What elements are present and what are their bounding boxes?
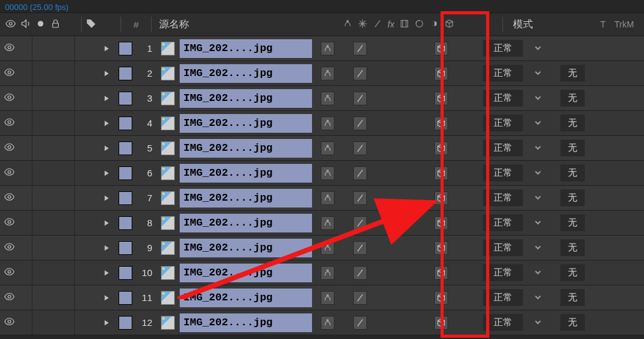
collapse-switch[interactable] [353,316,367,330]
layer-source-name[interactable]: IMG_202....jpg [180,39,312,58]
shy-switch[interactable] [321,67,334,80]
layer-row[interactable]: 7 IMG_202....jpg 正常 无 [0,186,644,211]
layer-color-chip[interactable] [119,316,132,330]
track-matte-dropdown[interactable]: 无 [560,140,585,156]
eye-icon[interactable] [4,316,15,329]
layer-color-chip[interactable] [119,216,132,230]
collapse-switch[interactable] [353,216,367,230]
track-matte-dropdown[interactable]: 无 [560,264,585,281]
track-matte-dropdown[interactable]: 无 [560,289,585,306]
adjustment-icon[interactable] [429,19,439,31]
twirl-icon[interactable] [97,61,116,85]
3d-switch[interactable] [434,92,448,105]
3d-switch[interactable] [434,166,448,180]
twirl-icon[interactable] [97,136,116,160]
collapse-switch[interactable] [353,241,367,255]
layer-row[interactable]: 10 IMG_202....jpg 正常 无 [0,260,644,285]
layer-row[interactable]: 9 IMG_202....jpg 正常 无 [0,236,644,260]
twirl-icon[interactable] [97,36,116,60]
shy-icon[interactable] [343,19,353,31]
layer-color-chip[interactable] [119,141,132,155]
cube3d-icon[interactable] [444,19,454,31]
twirl-icon[interactable] [97,111,116,135]
collapse-switch[interactable] [353,291,367,305]
collapse-switch[interactable] [353,92,367,105]
blend-mode-dropdown[interactable]: 正常 [483,165,523,181]
collapse-switch[interactable] [353,141,367,155]
eye-icon[interactable] [4,291,15,304]
blend-mode-dropdown[interactable]: 正常 [483,264,523,281]
twirl-icon[interactable] [97,260,116,285]
track-matte-dropdown[interactable]: 无 [560,239,585,256]
layer-row[interactable]: 12 IMG_202....jpg 正常 无 [0,310,644,335]
track-matte-dropdown[interactable]: 无 [560,189,585,206]
eye-icon[interactable] [4,42,15,55]
3d-switch[interactable] [434,316,448,330]
layer-row[interactable]: 4 IMG_202....jpg 正常 无 [0,111,644,136]
hash-icon[interactable]: # [134,19,139,30]
twirl-icon[interactable] [97,161,116,185]
track-matte-dropdown[interactable]: 无 [560,90,585,107]
3d-switch[interactable] [434,216,448,230]
track-matte-dropdown[interactable]: 无 [560,65,585,82]
shy-switch[interactable] [321,316,334,330]
shy-switch[interactable] [321,191,334,205]
twirl-icon[interactable] [97,236,116,260]
eye-icon[interactable] [4,216,15,229]
collapse-switch[interactable] [353,42,367,55]
layer-source-name[interactable]: IMG_202....jpg [180,89,312,108]
lock-icon[interactable] [50,18,61,31]
layer-row[interactable]: 5 IMG_202....jpg 正常 无 [0,136,644,161]
column-trackmatte[interactable]: T TrkM [594,19,642,29]
eye-icon[interactable] [4,241,15,254]
layer-color-chip[interactable] [119,266,132,280]
collapse-switch[interactable] [353,117,367,130]
shy-switch[interactable] [321,92,334,105]
solo-icon[interactable] [35,18,46,31]
layer-row[interactable]: 1 IMG_202....jpg 正常 [0,36,644,61]
twirl-icon[interactable] [97,285,116,310]
blend-mode-dropdown[interactable]: 正常 [483,189,523,206]
layer-color-chip[interactable] [119,67,132,80]
blend-mode-dropdown[interactable]: 正常 [483,239,523,256]
fx-icon[interactable]: fx [388,19,394,29]
layer-source-name[interactable]: IMG_202....jpg [180,239,312,257]
layer-source-name[interactable]: IMG_202....jpg [180,139,312,158]
layer-source-name[interactable]: IMG_202....jpg [180,214,312,232]
shy-switch[interactable] [321,241,334,255]
layer-row[interactable]: 6 IMG_202....jpg 正常 无 [0,161,644,186]
eye-icon[interactable] [5,18,16,31]
shy-switch[interactable] [321,117,334,130]
layer-source-name[interactable]: IMG_202....jpg [180,313,312,332]
twirl-icon[interactable] [97,211,116,235]
3d-switch[interactable] [434,291,448,305]
frame-blend-icon[interactable] [399,19,409,31]
track-matte-dropdown[interactable]: 无 [560,165,585,181]
layer-source-name[interactable]: IMG_202....jpg [180,164,312,183]
motion-blur-icon[interactable] [414,19,424,31]
blend-mode-dropdown[interactable]: 正常 [483,40,523,57]
layer-color-chip[interactable] [119,291,132,305]
layer-source-name[interactable]: IMG_202....jpg [180,264,312,282]
layer-row[interactable]: 8 IMG_202....jpg 正常 无 [0,211,644,236]
shy-switch[interactable] [321,166,334,180]
3d-switch[interactable] [434,117,448,130]
eye-icon[interactable] [4,92,15,105]
slash-icon[interactable] [373,19,383,31]
collapse-switch[interactable] [353,67,367,80]
shy-switch[interactable] [321,42,334,55]
column-mode[interactable]: 模式 [507,18,594,31]
3d-switch[interactable] [434,67,448,80]
layer-source-name[interactable]: IMG_202....jpg [180,189,312,208]
eye-icon[interactable] [4,117,15,130]
layer-source-name[interactable]: IMG_202....jpg [180,289,312,307]
blend-mode-dropdown[interactable]: 正常 [483,115,523,131]
layer-color-chip[interactable] [119,117,132,130]
column-source-name[interactable]: 源名称 [155,18,336,31]
layer-color-chip[interactable] [119,92,132,105]
tag-icon[interactable] [85,18,97,31]
shy-switch[interactable] [321,216,334,230]
layer-color-chip[interactable] [119,166,132,180]
track-matte-dropdown[interactable]: 无 [560,314,585,331]
eye-icon[interactable] [4,166,15,179]
